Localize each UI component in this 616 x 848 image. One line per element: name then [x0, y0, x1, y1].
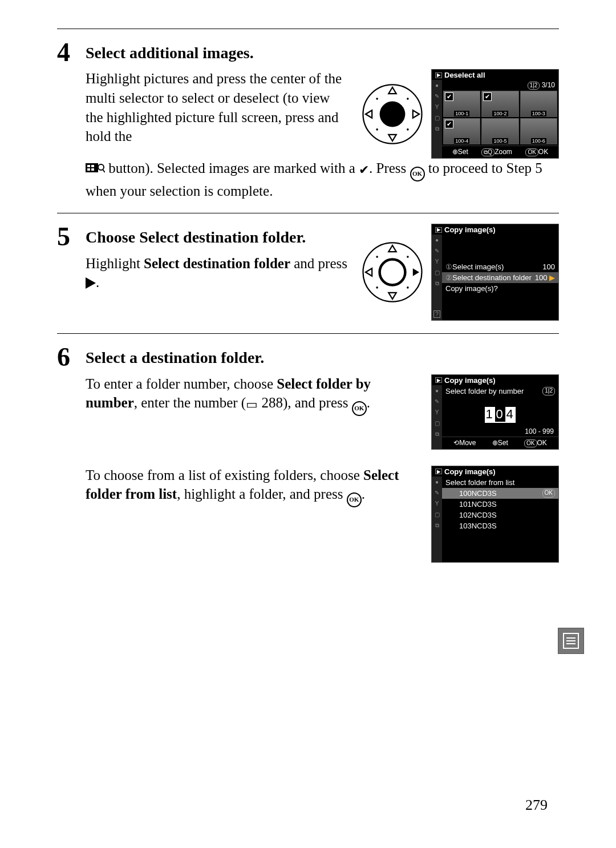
lcd-deselect-all: ▶ Deselect all ●✎Y▢⧉ 1|2 3/10 100-1 100-… — [431, 69, 559, 159]
lcd1-header: Deselect all — [444, 71, 485, 79]
ok-icon: OK — [410, 167, 425, 181]
step-6: 6 Select a destination folder. To enter … — [57, 344, 559, 562]
svg-point-3 — [407, 98, 409, 100]
svg-rect-10 — [86, 163, 98, 172]
lcd2-header: Copy image(s) — [444, 225, 496, 234]
lcd3-range: 100 - 999 — [442, 426, 558, 437]
lcd4-sub: Select folder from list — [442, 477, 558, 488]
multi-selector-right-icon — [360, 240, 424, 304]
playback-icon: ▶ — [435, 72, 442, 78]
svg-rect-12 — [87, 168, 90, 171]
thumb: 100-1 — [443, 91, 480, 117]
step-5: 5 Choose Select destination folder. High… — [57, 224, 559, 321]
lcd3-number-entry: 104 — [442, 397, 558, 426]
svg-rect-11 — [87, 165, 90, 167]
svg-rect-14 — [91, 168, 94, 171]
svg-point-20 — [407, 256, 409, 259]
list-item: 100NCD3SOK — [442, 488, 558, 499]
playback-icon: ▶ — [435, 377, 442, 383]
step-5-title: Choose Select destination folder. — [86, 228, 350, 247]
svg-line-16 — [103, 169, 105, 172]
step-6-text-1: To enter a folder number, choose Select … — [86, 374, 421, 416]
zoom-button-icon — [86, 160, 105, 180]
ok-icon: OK — [352, 401, 367, 416]
svg-point-1 — [380, 101, 406, 127]
menu-row: Copy image(s)? — [442, 283, 558, 294]
svg-marker-24 — [388, 293, 396, 299]
svg-point-15 — [98, 164, 104, 170]
lcd-select-by-number: ▶ Copy image(s) ●✎Y▢⧉ Select folder by n… — [431, 374, 559, 450]
svg-point-18 — [380, 260, 406, 285]
step-number: 5 — [57, 224, 86, 250]
lcd1-thumbs: 100-1 100-2 100-3 100-4 100-5 100-6 — [442, 90, 558, 146]
playback-icon: ▶ — [435, 227, 442, 233]
step-5-text: Highlight Select destination folder and … — [86, 254, 350, 293]
lcd-copy-images-menu: ▶ Copy image(s) ●✎Y▢⧉? ①Select image(s)1… — [431, 224, 559, 321]
thumb: 100-2 — [481, 91, 518, 117]
svg-point-19 — [376, 256, 378, 259]
lcd4-header: Copy image(s) — [444, 467, 496, 476]
step-number: 4 — [57, 39, 86, 66]
menu-row-highlighted: ②Select destination folder100 ▶ — [442, 272, 558, 283]
lcd-select-from-list: ▶ Copy image(s) ●✎Y▢⧉ Select folder from… — [431, 466, 559, 563]
step-6-text-2: To choose from a list of existing folder… — [86, 466, 421, 507]
check-icon: ✔ — [359, 163, 369, 177]
step-6-title: Select a destination folder. — [86, 349, 559, 367]
page-number: 279 — [525, 797, 548, 814]
page-ref-icon: ▭ — [246, 397, 258, 411]
thumb: 100-6 — [520, 118, 557, 144]
svg-marker-25 — [366, 269, 372, 276]
thumb: 100-4 — [443, 118, 480, 144]
list-item: 103NCD3S — [442, 520, 558, 531]
ok-icon: OK — [347, 492, 362, 507]
thumb: 100-5 — [481, 118, 518, 144]
step-4-text-top: Highlight pictures and press the center … — [86, 69, 350, 146]
svg-point-2 — [376, 98, 378, 100]
svg-marker-7 — [388, 135, 396, 141]
svg-marker-6 — [388, 87, 396, 94]
svg-marker-8 — [366, 110, 372, 118]
lcd4-folder-list: 100NCD3SOK 101NCD3S 102NCD3S 103NCD3S — [442, 488, 558, 531]
lcd3-header: Copy image(s) — [444, 376, 496, 385]
svg-rect-13 — [91, 165, 94, 167]
multi-selector-icon — [360, 82, 424, 146]
svg-point-22 — [407, 286, 409, 289]
step-4-text-bottom: button). Selected images are marked with… — [86, 159, 559, 200]
section-tab-icon — [558, 628, 584, 654]
right-arrow-icon — [86, 277, 96, 289]
svg-point-21 — [376, 286, 378, 289]
step-4-title: Select additional images. — [86, 44, 559, 62]
step-number: 6 — [57, 344, 86, 370]
lcd3-sub: Select folder by number1|2 — [442, 386, 558, 397]
step-4: 4 Select additional images. Highlight pi… — [57, 39, 559, 200]
list-item: 101NCD3S — [442, 499, 558, 510]
svg-point-4 — [376, 128, 378, 131]
svg-marker-26 — [413, 269, 419, 276]
thumb: 100-3 — [520, 91, 557, 117]
menu-row: ①Select image(s)100 — [442, 261, 558, 272]
list-item: 102NCD3S — [442, 510, 558, 520]
svg-marker-23 — [388, 245, 396, 252]
svg-marker-9 — [413, 110, 419, 118]
svg-point-5 — [407, 128, 409, 131]
playback-icon: ▶ — [435, 469, 442, 474]
lcd1-counter: 3/10 — [542, 81, 555, 89]
